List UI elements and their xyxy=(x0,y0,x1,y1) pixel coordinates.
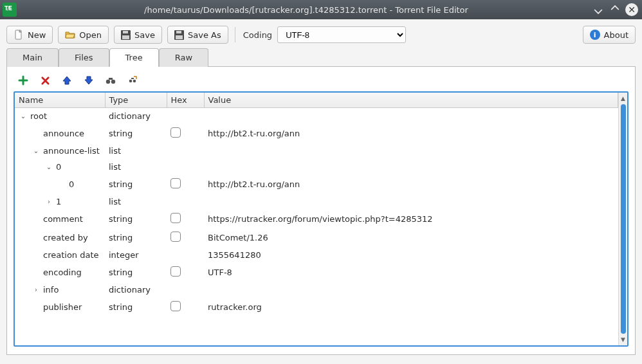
window-controls: ✕ xyxy=(592,3,638,16)
maximize-button[interactable] xyxy=(609,3,621,16)
svg-point-4 xyxy=(129,80,133,83)
about-button-label: About xyxy=(604,30,628,40)
tree-node-type: string xyxy=(105,298,167,316)
svg-rect-3 xyxy=(109,78,113,80)
close-button[interactable]: ✕ xyxy=(625,3,638,16)
tree-node-name: encoding xyxy=(43,268,82,277)
tree-node-type: string xyxy=(105,210,167,228)
tab-tree[interactable]: Tree xyxy=(109,48,159,67)
document-icon xyxy=(14,30,24,40)
tab-raw[interactable]: Raw xyxy=(159,48,208,67)
find-button[interactable] xyxy=(105,75,116,86)
chevron-down-icon[interactable]: ⌄ xyxy=(19,113,28,120)
tree-row[interactable]: ·encodingstringUTF-8 xyxy=(15,263,618,282)
save-button-label: Save xyxy=(134,30,155,40)
tab-files[interactable]: Files xyxy=(59,48,109,67)
column-header-name[interactable]: Name xyxy=(15,93,105,108)
column-header-type[interactable]: Type xyxy=(105,93,167,108)
tree-node-value[interactable]: BitComet/1.26 xyxy=(204,228,618,247)
tree-node-value[interactable]: http://bt2.t-ru.org/ann xyxy=(204,124,618,143)
vertical-scrollbar[interactable]: ▲ ▼ xyxy=(618,93,627,345)
tree-node-type: string xyxy=(105,175,167,194)
scroll-up-arrow-icon[interactable]: ▲ xyxy=(621,94,625,103)
tree-node-type: integer xyxy=(105,247,167,263)
binoculars-icon xyxy=(105,75,116,86)
tree-row[interactable]: ›infodictionary xyxy=(15,282,618,298)
svg-rect-6 xyxy=(131,78,134,79)
tree-row[interactable]: ⌄announce-listlist xyxy=(15,143,618,159)
hex-checkbox[interactable] xyxy=(170,178,181,188)
tree-row[interactable]: ·announcestringhttp://bt2.t-ru.org/ann xyxy=(15,124,618,143)
hex-checkbox[interactable] xyxy=(170,127,181,138)
tree-table-scroll[interactable]: Name Type Hex Value ⌄rootdictionary·anno… xyxy=(15,93,618,345)
move-down-button[interactable] xyxy=(83,75,95,86)
tree-row[interactable]: ›1list xyxy=(15,194,618,210)
window-body: New Open Save Save As Coding UTF-8 i Abo… xyxy=(0,19,642,364)
tree-node-value[interactable]: 1355641280 xyxy=(204,247,618,263)
window-title: /home/taurus/Downloads/[rutracker.org].t… xyxy=(21,5,592,15)
tree-node-value[interactable] xyxy=(204,159,618,175)
chevron-down-icon[interactable]: ⌄ xyxy=(44,163,53,170)
tree-tab-content: Name Type Hex Value ⌄rootdictionary·anno… xyxy=(6,67,636,355)
column-header-value[interactable]: Value xyxy=(204,93,618,108)
scroll-down-arrow-icon[interactable]: ▼ xyxy=(621,335,625,344)
info-icon: i xyxy=(590,30,600,40)
tree-table: Name Type Hex Value ⌄rootdictionary·anno… xyxy=(15,93,618,316)
column-header-hex[interactable]: Hex xyxy=(167,93,204,108)
add-node-button[interactable] xyxy=(17,75,29,86)
hex-checkbox[interactable] xyxy=(170,213,181,223)
tree-node-type: list xyxy=(105,159,167,175)
remove-node-button[interactable] xyxy=(39,75,51,86)
tree-node-type: string xyxy=(105,124,167,143)
arrow-down-icon xyxy=(84,75,94,86)
about-button[interactable]: i About xyxy=(583,26,636,44)
tree-row[interactable]: ·commentstringhttps://rutracker.org/foru… xyxy=(15,210,618,228)
chevron-right-icon[interactable]: › xyxy=(32,286,41,293)
open-button[interactable]: Open xyxy=(58,26,109,44)
save-button[interactable]: Save xyxy=(114,26,162,44)
new-button[interactable]: New xyxy=(6,26,53,44)
tree-node-type: dictionary xyxy=(105,282,167,298)
move-up-button[interactable] xyxy=(61,75,73,86)
tree-node-name: 0 xyxy=(69,179,74,189)
chevron-down-icon[interactable]: ⌄ xyxy=(32,147,41,154)
coding-label: Coding xyxy=(243,30,272,40)
tree-node-value[interactable]: rutracker.org xyxy=(204,298,618,316)
tree-node-name: 0 xyxy=(56,162,61,172)
tree-node-type: string xyxy=(105,263,167,282)
plus-icon xyxy=(18,75,28,86)
tree-node-name: root xyxy=(30,111,47,121)
find-replace-button[interactable] xyxy=(127,75,138,86)
tree-node-name: created by xyxy=(43,233,88,242)
tree-row[interactable]: ⌄rootdictionary xyxy=(15,108,618,125)
tree-node-name: publisher xyxy=(43,302,82,312)
tree-row[interactable]: ·creation dateinteger1355641280 xyxy=(15,247,618,263)
toolbar-separator xyxy=(235,27,235,42)
tree-row[interactable]: ·created bystringBitComet/1.26 xyxy=(15,228,618,247)
floppy-icon xyxy=(121,30,131,40)
scrollbar-thumb[interactable] xyxy=(621,104,626,334)
tree-node-value[interactable] xyxy=(204,143,618,159)
encoding-select[interactable]: UTF-8 xyxy=(277,26,406,43)
save-as-button[interactable]: Save As xyxy=(167,26,228,44)
new-button-label: New xyxy=(28,30,46,40)
hex-checkbox[interactable] xyxy=(170,266,181,277)
x-icon xyxy=(41,76,50,86)
tree-row[interactable]: ·publisherstringrutracker.org xyxy=(15,298,618,316)
tree-node-value[interactable] xyxy=(204,194,618,210)
save-as-button-label: Save As xyxy=(188,30,221,40)
tree-row[interactable]: ·0stringhttp://bt2.t-ru.org/ann xyxy=(15,175,618,194)
tree-node-value[interactable]: UTF-8 xyxy=(204,263,618,282)
tree-node-value[interactable] xyxy=(204,282,618,298)
tree-node-value[interactable]: https://rutracker.org/forum/viewtopic.ph… xyxy=(204,210,618,228)
tree-header-row: Name Type Hex Value xyxy=(15,93,618,108)
chevron-right-icon[interactable]: › xyxy=(44,198,53,205)
hex-checkbox[interactable] xyxy=(170,301,181,311)
folder-open-icon xyxy=(65,30,75,40)
tree-node-value[interactable] xyxy=(204,108,618,125)
tab-main[interactable]: Main xyxy=(6,48,59,67)
minimize-button[interactable] xyxy=(592,3,605,16)
hex-checkbox[interactable] xyxy=(170,232,181,242)
tree-node-value[interactable]: http://bt2.t-ru.org/ann xyxy=(204,175,618,194)
tree-row[interactable]: ⌄0list xyxy=(15,159,618,175)
